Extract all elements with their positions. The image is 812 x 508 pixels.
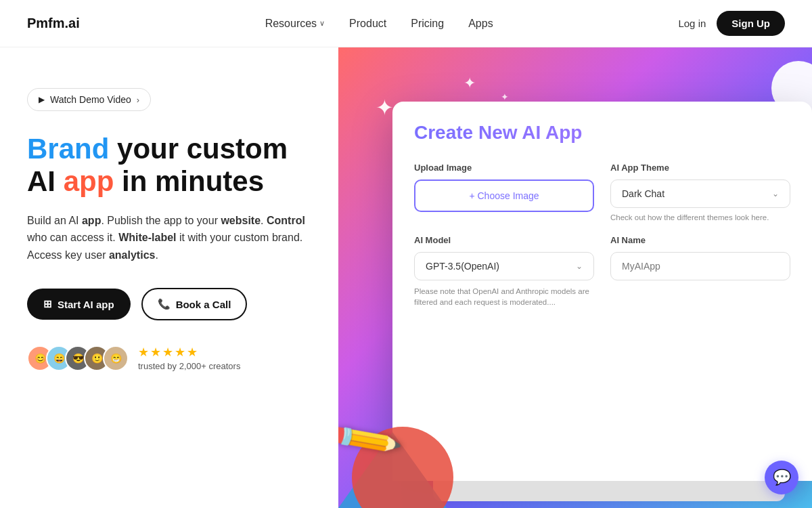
chat-bubble-button[interactable]: 💬	[765, 461, 798, 494]
ai-name-input[interactable]	[610, 252, 790, 280]
form-row-2: AI Model GPT-3.5(OpenAI) ⌄ Please note t…	[414, 235, 790, 308]
watch-demo-button[interactable]: ▶ Watch Demo Video ›	[27, 88, 151, 111]
chevron-down-icon: ⌄	[772, 189, 779, 198]
phone-icon: 📞	[158, 298, 171, 310]
login-button[interactable]: Log in	[678, 18, 706, 29]
upload-image-label: Upload Image	[414, 163, 594, 173]
ai-name-label: AI Name	[610, 235, 790, 245]
navbar: Pmfm.ai Resources ∨ Product Pricing Apps…	[0, 0, 812, 47]
chevron-down-icon: ⌄	[576, 261, 583, 271]
nav-apps[interactable]: Apps	[468, 18, 493, 30]
sparkle-icon: ✦	[464, 75, 476, 92]
book-call-button[interactable]: 📞 Book a Call	[141, 288, 248, 320]
nav-actions: Log in Sign Up	[678, 11, 785, 36]
start-ai-button[interactable]: ⊞ Start AI app	[27, 289, 131, 320]
grid-icon: ⊞	[43, 298, 52, 310]
theme-hint: Check out how the different themes look …	[610, 213, 790, 221]
trusted-text: trusted by 2,000+ creators	[138, 361, 240, 371]
hero-illustration: ✦ ✦ ✦ Create New AI App Upload Image + C…	[338, 47, 812, 508]
form-title: Create New AI App	[414, 122, 790, 144]
theme-col: AI App Theme Dark Chat ⌄ Check out how t…	[610, 163, 790, 221]
nav-resources[interactable]: Resources ∨	[265, 18, 325, 30]
main-content: ▶ Watch Demo Video › Brand your custom A…	[0, 47, 812, 508]
laptop-mockup: Create New AI App Upload Image + Choose …	[392, 102, 812, 508]
social-text: ★★★★★ trusted by 2,000+ creators	[138, 345, 240, 371]
hero-app-word: app	[64, 165, 114, 197]
model-dropdown[interactable]: GPT-3.5(OpenAI) ⌄	[414, 252, 594, 280]
app-form-screen: Create New AI App Upload Image + Choose …	[392, 102, 812, 481]
play-icon: ▶	[39, 95, 45, 104]
avatar: 😁	[103, 345, 129, 371]
nav-product[interactable]: Product	[349, 18, 386, 30]
hero-title-4: in minutes	[114, 165, 264, 197]
upload-image-col: Upload Image + Choose Image	[414, 163, 594, 221]
theme-dropdown[interactable]: Dark Chat ⌄	[610, 179, 790, 208]
social-proof: 😊 😄 😎 🙂 😁 ★★★★★ trusted by 2,000+ creato…	[27, 345, 311, 371]
nav-links: Resources ∨ Product Pricing Apps	[265, 18, 493, 30]
arrow-right-icon: ›	[137, 95, 139, 105]
ai-name-col: AI Name	[610, 235, 790, 308]
chat-icon: 💬	[773, 469, 791, 486]
signup-button[interactable]: Sign Up	[717, 11, 785, 36]
hero-brand-word: Brand	[27, 133, 109, 165]
choose-image-button[interactable]: + Choose Image	[414, 179, 594, 212]
nav-pricing[interactable]: Pricing	[411, 18, 444, 30]
hero-buttons: ⊞ Start AI app 📞 Book a Call	[27, 288, 311, 320]
model-label: AI Model	[414, 235, 594, 245]
sparkle-icon: ✦	[376, 95, 394, 121]
hero-section: ▶ Watch Demo Video › Brand your custom A…	[0, 47, 338, 508]
hero-title: Brand your custom AI app in minutes	[27, 133, 311, 198]
laptop-base	[433, 481, 785, 501]
avatar-group: 😊 😄 😎 🙂 😁	[27, 345, 129, 371]
theme-label: AI App Theme	[610, 163, 790, 173]
logo[interactable]: Pmfm.ai	[27, 16, 80, 31]
model-col: AI Model GPT-3.5(OpenAI) ⌄ Please note t…	[414, 235, 594, 308]
form-row-1: Upload Image + Choose Image AI App Theme…	[414, 163, 790, 221]
model-note: Please note that OpenAI and Anthropic mo…	[414, 286, 594, 308]
chevron-down-icon: ∨	[319, 19, 325, 28]
hero-description: Build an AI app. Publish the app to your…	[27, 212, 311, 264]
star-rating: ★★★★★	[138, 345, 240, 360]
sparkle-icon: ✦	[501, 91, 509, 102]
